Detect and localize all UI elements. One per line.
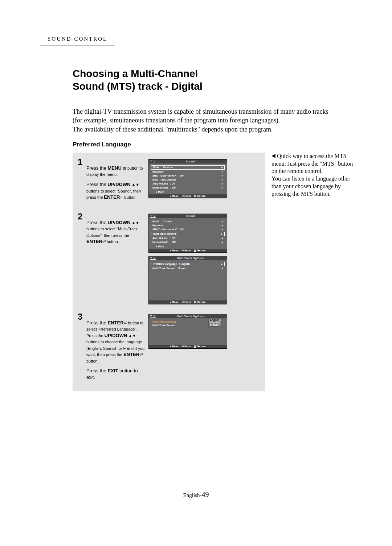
menu-item-pref-lang: Preferred Language xyxy=(152,320,176,323)
tv-label: T V xyxy=(150,214,156,218)
val: : xyxy=(179,320,179,323)
menu-item-auto-vol: Auto Volume xyxy=(152,182,168,185)
step-text: Press the ENTER⏎ button to select "Prefe… xyxy=(86,312,148,384)
arrow-icon: ▸ xyxy=(221,232,223,235)
menu-item-pref-lang: Preferred Language xyxy=(153,263,177,265)
language-popup: English Spanish French xyxy=(208,318,222,327)
section-header-text: SOUND CONTROL xyxy=(48,36,107,42)
footer-enter: ⏎ Enter xyxy=(181,249,191,252)
heading-line-1: Choosing a Multi-Channel xyxy=(73,68,198,79)
txt: Press the xyxy=(86,220,108,225)
menu-item-srs: SRS TruSurround XT : Off xyxy=(152,228,184,231)
val: : Off xyxy=(170,182,175,185)
menu-item-mode: Mode xyxy=(153,166,159,169)
menu-item-mto: Multi-Track Options xyxy=(153,232,176,235)
page-footer: English-49 xyxy=(0,490,392,499)
txt: ⏎ button. xyxy=(120,195,136,199)
enter-label: ENTER xyxy=(86,239,102,244)
menu-item-mto: Multi-Track Options xyxy=(152,178,176,181)
step-1-screenshots: T VSound Mode: Custom▸ Equalizer▸ SRS Tr… xyxy=(148,157,232,204)
intro-p1: The digital-TV transmission system is ca… xyxy=(73,107,334,125)
step-number: 3 xyxy=(78,312,86,384)
sidebar-tip: ◀ Quick way to access the MTS menu: Just… xyxy=(271,153,355,198)
intro-p2: The availability of these additional "mu… xyxy=(73,125,334,134)
menu-item-mute: Internal Mute xyxy=(152,186,168,189)
arrow-icon: ▸ xyxy=(222,224,223,227)
arrow-icon: ▸ xyxy=(222,186,223,189)
menu-more: More xyxy=(151,190,225,194)
updown-label: UP/DOWN xyxy=(105,333,127,338)
footer-move: ♦ Move xyxy=(170,345,179,348)
tv-label: T V xyxy=(150,256,156,260)
footer-return: ▥ Return xyxy=(194,249,205,252)
txt: Press the xyxy=(86,368,108,373)
intro-paragraph: The digital-TV transmission system is ca… xyxy=(73,107,334,134)
footer-return: ▥ Return xyxy=(194,301,205,304)
step-text: Press the MENU ▥ button to display the m… xyxy=(86,157,148,204)
lang-option-french: French xyxy=(209,324,221,326)
footer-move: ♦ Move xyxy=(170,249,179,252)
tv-sound-menu-2: T VSound Mode: Custom▸ Equalizer▸ SRS Tr… xyxy=(148,214,227,253)
arrow-icon: ▸ xyxy=(222,220,223,223)
arrow-icon: ▸ xyxy=(222,182,223,185)
menu-item-mute: Internal Mute xyxy=(152,241,168,243)
val: : Custom xyxy=(161,220,172,223)
footer-enter: ⏎ Enter xyxy=(181,301,191,304)
step-number: 2 xyxy=(78,211,86,304)
tv-title: Sound xyxy=(186,214,195,218)
section-header-box: SOUND CONTROL xyxy=(40,33,115,45)
txt: Press the xyxy=(86,320,108,325)
val: : English xyxy=(179,263,190,265)
heading-line-2: Sound (MTS) track - Digital xyxy=(73,81,203,92)
step-1: 1 Press the MENU ▥ button to display the… xyxy=(78,157,260,204)
tv-mto-menu: T VMulti-Track Options Preferred Languag… xyxy=(148,256,227,304)
val: : xyxy=(177,324,177,327)
menu-item-mt-sound: Multi-Track Sound xyxy=(152,324,175,327)
step-2: 2 Press the UP/DOWN ▲▼ buttons to select… xyxy=(78,211,260,304)
tv-title: Sound xyxy=(186,160,195,163)
menu-item-mode: Mode xyxy=(152,220,159,223)
step-2-screenshots: T VSound Mode: Custom▸ Equalizer▸ SRS Tr… xyxy=(148,211,232,304)
arrow-icon: ▸ xyxy=(222,267,223,270)
tv-label: T V xyxy=(150,160,156,163)
footer-move: ♦ Move xyxy=(170,301,179,304)
exit-label: EXIT xyxy=(108,368,118,373)
menu-item-auto-vol: Auto Volume xyxy=(152,237,168,239)
updown-label: UP/DOWN xyxy=(108,220,131,225)
step-3: 3 Press the ENTER⏎ button to select "Pre… xyxy=(78,312,260,384)
txt: ⏎ button. xyxy=(102,239,119,244)
arrow-icon: ▸ xyxy=(222,241,223,244)
enter-label: ENTER xyxy=(104,194,120,200)
val: : Off xyxy=(171,241,176,243)
arrow-icon: ▸ xyxy=(221,263,223,266)
tv-sound-menu-1: T VSound Mode: Custom▸ Equalizer▸ SRS Tr… xyxy=(148,159,227,198)
arrow-icon: ▸ xyxy=(222,170,223,173)
sidebar-tip-text: Quick way to access the MTS menu: Just p… xyxy=(271,153,353,197)
page-number: 49 xyxy=(201,490,209,498)
txt: Press the xyxy=(86,165,108,171)
menu-item-equalizer: Equalizer xyxy=(152,224,164,227)
page-heading: Choosing a Multi-Channel Sound (MTS) tra… xyxy=(73,67,356,93)
val: : Custom xyxy=(162,166,172,169)
menu-label: MENU xyxy=(108,165,122,171)
footer-prefix: English- xyxy=(183,492,202,498)
step-text: Press the UP/DOWN ▲▼ buttons to select "… xyxy=(86,211,148,304)
val: : Stereo xyxy=(177,267,186,270)
arrow-icon: ▸ xyxy=(222,178,223,181)
step-number: 1 xyxy=(78,157,86,204)
footer-move: ♦ Move xyxy=(170,195,179,198)
arrow-icon: ▸ xyxy=(222,228,223,231)
arrow-icon: ▸ xyxy=(222,174,223,177)
menu-item-equalizer: Equalizer xyxy=(152,170,164,173)
tip-arrow-icon: ◀ xyxy=(271,153,275,159)
enter-label: ENTER xyxy=(123,352,139,357)
footer-return: ▥ Return xyxy=(194,345,205,348)
menu-more: More xyxy=(151,244,225,248)
tv-lang-menu: T VMulti-Track Options Preferred Languag… xyxy=(148,314,227,349)
tv-title: Multi-Track Options xyxy=(177,315,204,318)
txt: Press the xyxy=(86,182,108,187)
footer-return: ▥ Return xyxy=(194,195,205,198)
enter-label: ENTER xyxy=(108,320,124,325)
menu-item-mt-sound: Multi-Track Sound xyxy=(152,267,175,270)
updown-label: UP/DOWN xyxy=(108,182,131,187)
